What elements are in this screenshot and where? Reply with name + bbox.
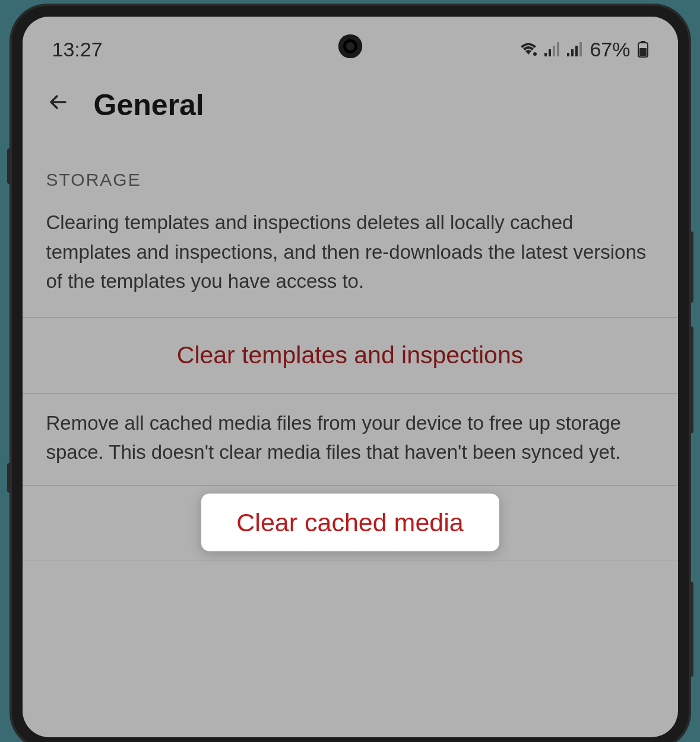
svg-rect-8	[579, 42, 582, 56]
status-indicators: 67%	[520, 38, 648, 61]
battery-percent: 67%	[590, 38, 630, 61]
svg-rect-2	[549, 49, 551, 56]
battery-icon	[638, 41, 648, 58]
svg-rect-3	[553, 46, 555, 56]
svg-point-0	[533, 52, 537, 56]
phone-side-button	[7, 463, 12, 493]
svg-rect-4	[557, 42, 559, 56]
camera-notch	[338, 34, 362, 58]
svg-rect-11	[639, 48, 647, 56]
svg-rect-6	[571, 49, 574, 56]
section-header-storage: STORAGE	[23, 152, 678, 199]
signal-icon-2	[567, 42, 582, 56]
clear-media-description: Remove all cached media files from your …	[23, 394, 678, 486]
phone-side-button	[7, 148, 12, 184]
clear-media-row: Clear cached media placeholder	[23, 486, 678, 560]
signal-icon-1	[544, 42, 560, 56]
page-title: General	[94, 88, 204, 122]
svg-rect-5	[567, 53, 569, 56]
clear-templates-button[interactable]: Clear templates and inspections	[23, 317, 678, 394]
phone-frame: 13:27 67% General	[12, 6, 689, 742]
app-header: General	[23, 70, 678, 152]
phone-screen: 13:27 67% General	[23, 17, 678, 737]
wifi-icon	[520, 42, 537, 56]
svg-rect-1	[544, 53, 547, 56]
phone-side-button	[689, 582, 693, 677]
phone-side-button	[689, 232, 693, 303]
phone-side-button	[689, 326, 693, 433]
clear-templates-description: Clearing templates and inspections delet…	[23, 199, 678, 317]
svg-rect-7	[575, 46, 578, 56]
clear-templates-label: Clear templates and inspections	[177, 341, 523, 369]
clear-media-label: Clear cached media	[236, 508, 463, 537]
back-arrow-icon[interactable]	[46, 90, 70, 120]
clear-cached-media-button[interactable]: Clear cached media	[201, 494, 499, 551]
status-time: 13:27	[52, 38, 103, 61]
